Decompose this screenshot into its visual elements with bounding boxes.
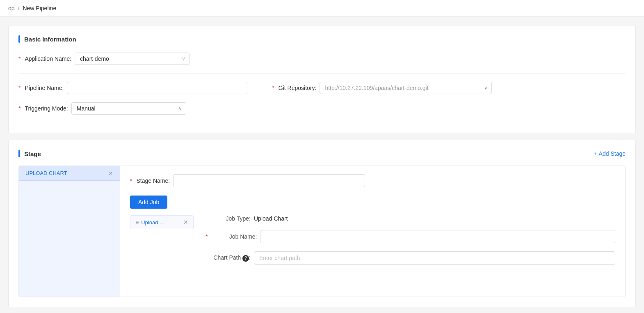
job-type-label: Job Type: <box>206 215 251 222</box>
stage-layout: UPLOAD CHART ✕ * Stage Name: UPLOAD CHAR… <box>18 166 626 297</box>
stage-name-label: Stage Name: <box>136 177 170 184</box>
git-repo-label: Git Repository: <box>279 85 317 91</box>
section-title-bar <box>18 35 20 43</box>
trigger-mode-select-wrapper: Manual <box>71 102 186 115</box>
stage-name-row: * Stage Name: UPLOAD CHART <box>130 174 615 187</box>
app-name-label: Application Name: <box>25 55 71 62</box>
form-divider <box>18 73 626 74</box>
git-required: * <box>272 85 274 91</box>
job-name-input[interactable]: Upload Chart <box>260 230 615 243</box>
stage-title-text: Stage <box>24 150 41 157</box>
breadcrumb-current: New Pipeline <box>23 5 56 12</box>
stage-header: Stage + Add Stage <box>18 150 626 157</box>
job-list-col: ≡ Upload ... ✕ <box>130 215 196 273</box>
job-type-value: Upload Chart <box>254 215 288 222</box>
chart-path-row: Chart Path ?: <box>206 251 615 265</box>
breadcrumb-parent[interactable]: op <box>8 5 15 12</box>
git-repo-select-wrapper: http://10.27.22.109/apaas/chart-demo.git <box>320 82 492 94</box>
app-name-required: * <box>18 55 21 62</box>
git-repo-group: * Git Repository: http://10.27.22.109/ap… <box>272 82 492 94</box>
stage-tab-close-icon[interactable]: ✕ <box>108 170 113 176</box>
job-detail-col: Job Type: Upload Chart * Job Name: Uploa… <box>206 215 615 273</box>
job-inner-layout: ≡ Upload ... ✕ Job Type: Upload Chart <box>130 215 615 273</box>
main-content: Basic Information * Application Name: ch… <box>0 17 644 313</box>
chart-path-input[interactable] <box>254 251 615 265</box>
job-item-label: Upload ... <box>141 219 164 226</box>
stage-sidebar: UPLOAD CHART ✕ <box>18 166 120 297</box>
job-name-row: * Job Name: Upload Chart <box>206 230 615 243</box>
breadcrumb: op / New Pipeline <box>0 0 644 17</box>
job-name-label: Job Name: <box>212 233 257 240</box>
job-item-left: ≡ Upload ... <box>135 219 164 226</box>
trigger-mode-label: Triggering Mode: <box>25 105 68 112</box>
breadcrumb-separator: / <box>18 5 20 12</box>
job-item-close-icon[interactable]: ✕ <box>183 219 188 226</box>
job-type-row: Job Type: Upload Chart <box>206 215 615 222</box>
job-list-item[interactable]: ≡ Upload ... ✕ <box>130 215 194 229</box>
basic-info-title-text: Basic Information <box>24 36 76 43</box>
trigger-required: * <box>18 105 21 112</box>
trigger-mode-group: * Triggering Mode: Manual <box>18 102 186 115</box>
add-job-button[interactable]: Add Job <box>130 196 167 209</box>
chart-path-help-icon[interactable]: ? <box>242 255 249 262</box>
add-stage-button[interactable]: + Add Stage <box>594 150 626 157</box>
stage-name-required: * <box>130 177 132 184</box>
stage-title: Stage <box>18 150 41 157</box>
pipeline-git-row: * Pipeline Name: Upload Chart * Git Repo… <box>18 82 626 94</box>
stage-card: Stage + Add Stage UPLOAD CHART ✕ * Stage… <box>8 140 636 307</box>
stage-tab-upload-chart[interactable]: UPLOAD CHART ✕ <box>19 166 120 181</box>
basic-info-card: Basic Information * Application Name: ch… <box>8 25 636 133</box>
git-repo-select[interactable]: http://10.27.22.109/apaas/chart-demo.git <box>320 82 492 94</box>
stage-title-bar <box>18 150 20 157</box>
basic-info-title: Basic Information <box>18 35 626 43</box>
stage-tab-name: UPLOAD CHART <box>25 170 108 176</box>
job-name-required: * <box>206 233 208 240</box>
pipeline-name-input[interactable]: Upload Chart <box>67 82 247 94</box>
app-name-group: * Application Name: chart-demo <box>18 53 190 65</box>
drag-handle-icon: ≡ <box>135 219 139 226</box>
chart-path-label: Chart Path ?: <box>206 254 251 262</box>
stage-content-panel: * Stage Name: UPLOAD CHART Add Job ≡ Upl… <box>120 166 626 297</box>
app-name-select[interactable]: chart-demo <box>75 53 190 65</box>
trigger-mode-select[interactable]: Manual <box>71 102 186 115</box>
app-name-row: * Application Name: chart-demo <box>18 53 626 65</box>
pipeline-name-label: Pipeline Name: <box>25 85 64 91</box>
app-name-select-wrapper: chart-demo <box>75 53 190 65</box>
pipeline-name-group: * Pipeline Name: Upload Chart <box>18 82 247 94</box>
pipeline-required: * <box>18 85 21 91</box>
stage-name-input[interactable]: UPLOAD CHART <box>173 174 365 187</box>
trigger-mode-row: * Triggering Mode: Manual <box>18 102 626 115</box>
